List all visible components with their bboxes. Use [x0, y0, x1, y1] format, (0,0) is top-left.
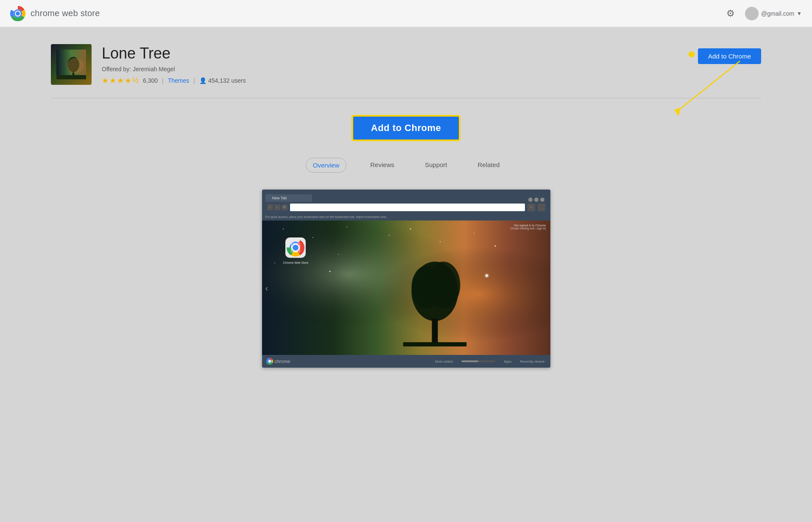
- avatar: [745, 7, 759, 20]
- star-2-icon: ★: [109, 76, 116, 85]
- extension-left: Lone Tree Offered by: Jeremiah Megel ★ ★…: [51, 44, 246, 85]
- footer-chrome-logo: chrome: [266, 358, 290, 365]
- main-content: Lone Tree Offered by: Jeremiah Megel ★ ★…: [0, 27, 812, 522]
- extension-name: Lone Tree: [102, 44, 246, 62]
- svg-point-30: [426, 262, 460, 308]
- extension-info: Lone Tree Offered by: Jeremiah Megel ★ ★…: [102, 44, 246, 85]
- missing-out-text: (You're missing out!—sign in): [510, 227, 546, 230]
- tree-silhouette-svg: [403, 253, 466, 346]
- category-link[interactable]: Themes: [168, 77, 190, 84]
- forward-button[interactable]: ›: [274, 204, 280, 210]
- add-to-chrome-top-button[interactable]: Add to Chrome: [698, 48, 761, 64]
- star-rating: ★ ★ ★ ★ ½: [102, 76, 139, 85]
- chevron-down-icon: ▼: [797, 11, 802, 17]
- add-to-chrome-top-area: Add to Chrome: [689, 44, 761, 64]
- svg-point-8: [67, 58, 84, 73]
- account-email: @gmail.com: [761, 10, 794, 17]
- meta-divider-1: |: [162, 77, 164, 84]
- most-visited-label: Most visited: [435, 360, 453, 363]
- users-icon: 👤: [199, 77, 206, 84]
- scroll-thumb: [461, 360, 478, 362]
- browser-nav: ‹ › ↺ ☆: [265, 202, 547, 213]
- back-button[interactable]: ‹: [267, 204, 273, 210]
- star-3-icon: ★: [117, 76, 124, 85]
- browser-tabs: New Tab: [265, 191, 547, 201]
- cws-icon-box: [285, 237, 306, 258]
- scroll-indicator: [461, 360, 495, 362]
- tab-overview[interactable]: Overview: [306, 158, 347, 173]
- prev-screenshot-button[interactable]: ‹: [265, 283, 268, 293]
- footer-navigation: Most visited Apps Recently closed ›: [435, 360, 546, 363]
- svg-rect-7: [56, 75, 86, 79]
- tab-support[interactable]: Support: [418, 158, 454, 173]
- svg-point-26: [486, 274, 488, 277]
- footer-chrome-icon: [266, 358, 273, 365]
- star-half-icon: ½: [132, 76, 139, 85]
- browser-tab: New Tab: [265, 194, 312, 202]
- tabs-section: Overview Reviews Support Related: [51, 154, 761, 173]
- browser-footer: chrome Most visited Apps Recently closed…: [262, 355, 550, 368]
- meta-divider-2: |: [193, 77, 195, 84]
- annotation-dot: [689, 51, 695, 57]
- svg-point-24: [274, 262, 275, 263]
- bookmark-bar: For quick access, place your bookmarks h…: [262, 213, 550, 221]
- svg-point-19: [338, 254, 339, 255]
- settings-menu-icon[interactable]: ☆: [527, 204, 535, 211]
- gear-icon[interactable]: ⚙: [725, 8, 737, 20]
- screenshot-section: New Tab ‹ › ↺: [51, 190, 761, 368]
- minimize-icon[interactable]: [528, 198, 533, 202]
- extension-meta: ★ ★ ★ ★ ½ 6,300 | Themes | 👤 454,132 use…: [102, 76, 246, 85]
- tab-reviews[interactable]: Reviews: [363, 158, 401, 173]
- cws-icon-svg: [285, 237, 306, 258]
- svg-point-16: [346, 226, 347, 227]
- svg-point-13: [283, 229, 284, 229]
- svg-point-39: [293, 245, 299, 251]
- chrome-logo-icon: [10, 6, 25, 21]
- users-count: 454,132 users: [208, 77, 246, 84]
- header: chrome web store ⚙ @gmail.com ▼: [0, 0, 812, 27]
- svg-point-27: [484, 273, 489, 278]
- recently-closed-label: Recently closed ›: [520, 360, 546, 363]
- refresh-button[interactable]: ↺: [282, 204, 287, 210]
- maximize-icon[interactable]: [534, 198, 539, 202]
- svg-point-42: [268, 360, 271, 363]
- add-to-chrome-annotation-button[interactable]: Add to Chrome: [352, 115, 460, 141]
- svg-point-25: [329, 271, 330, 272]
- extension-header: Lone Tree Offered by: Jeremiah Megel ★ ★…: [51, 44, 761, 98]
- svg-point-17: [389, 235, 390, 236]
- tree-thumbnail-icon: [56, 50, 86, 79]
- browser-mockup: New Tab ‹ › ↺: [262, 190, 550, 368]
- extension-icon: [51, 44, 92, 85]
- svg-point-3: [16, 11, 20, 16]
- account-dropdown[interactable]: @gmail.com ▼: [745, 7, 802, 20]
- not-signed-in-notice: Not signed in to Chrome (You're missing …: [510, 224, 546, 230]
- tab-related[interactable]: Related: [471, 158, 507, 173]
- header-logo: chrome web store: [10, 6, 100, 21]
- nav-controls: ‹ › ↺: [267, 204, 287, 210]
- browser-chrome-ui: New Tab ‹ › ↺: [262, 190, 550, 368]
- apps-label: Apps: [504, 360, 511, 363]
- not-signed-in-text: Not signed in to Chrome: [510, 224, 546, 227]
- address-bar[interactable]: [290, 204, 525, 211]
- star-1-icon: ★: [102, 76, 109, 85]
- browser-content: Chrome Web Store Not signed in to Chrome…: [262, 221, 550, 355]
- svg-point-20: [440, 241, 441, 242]
- svg-line-9: [676, 61, 740, 112]
- close-icon[interactable]: [540, 198, 544, 202]
- star-4-icon: ★: [125, 76, 131, 85]
- extension-author: Offered by: Jeremiah Megel: [102, 66, 246, 73]
- svg-rect-32: [403, 342, 466, 346]
- annotation-section: Add to Chrome: [51, 111, 761, 145]
- review-count: 6,300: [143, 77, 158, 84]
- cws-shortcut-icon: Chrome Web Store: [283, 237, 309, 265]
- svg-point-18: [410, 229, 411, 230]
- window-controls: [528, 198, 547, 202]
- svg-point-22: [494, 246, 496, 247]
- bookmark-bar-text: For quick access, place your bookmarks h…: [265, 215, 388, 218]
- svg-rect-31: [432, 319, 438, 344]
- header-title: chrome web store: [31, 8, 100, 18]
- browser-menu-icon[interactable]: [538, 204, 545, 211]
- users-info: 👤 454,132 users: [199, 77, 246, 84]
- browser-tab-label: New Tab: [272, 196, 287, 200]
- extension-thumbnail: [51, 44, 92, 85]
